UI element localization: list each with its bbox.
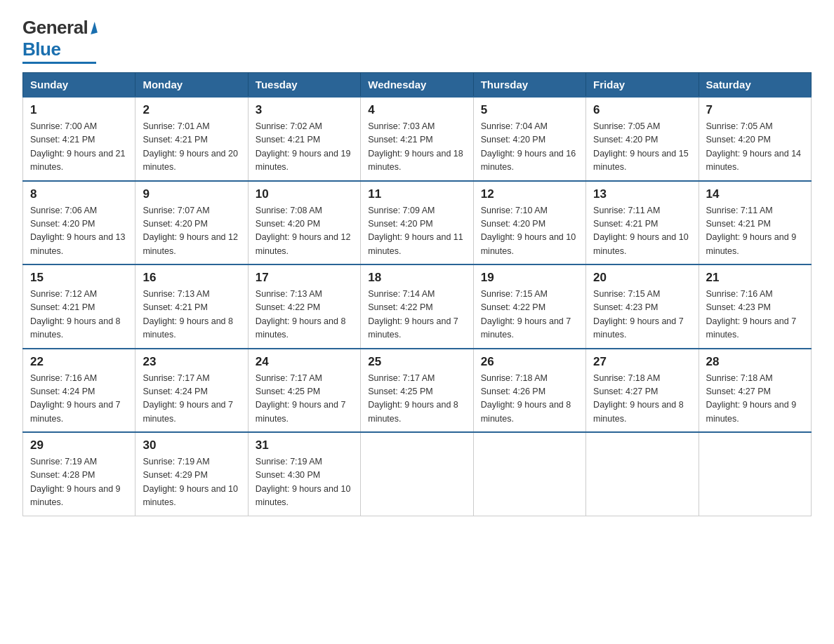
calendar-cell: 2Sunrise: 7:01 AMSunset: 4:21 PMDaylight… <box>135 97 248 181</box>
weekday-header-tuesday: Tuesday <box>248 73 360 98</box>
logo-triangle-icon <box>88 21 98 34</box>
calendar-cell: 15Sunrise: 7:12 AMSunset: 4:21 PMDayligh… <box>23 264 135 349</box>
calendar-week-row: 15Sunrise: 7:12 AMSunset: 4:21 PMDayligh… <box>23 264 812 349</box>
calendar-cell: 11Sunrise: 7:09 AMSunset: 4:20 PMDayligh… <box>361 181 473 265</box>
day-info: Sunrise: 7:13 AMSunset: 4:22 PMDaylight:… <box>256 288 353 342</box>
weekday-header-wednesday: Wednesday <box>361 73 473 98</box>
calendar-cell: 12Sunrise: 7:10 AMSunset: 4:20 PMDayligh… <box>473 181 585 265</box>
day-info: Sunrise: 7:17 AMSunset: 4:24 PMDaylight:… <box>143 372 240 427</box>
day-number: 27 <box>593 355 691 369</box>
day-info: Sunrise: 7:13 AMSunset: 4:21 PMDaylight:… <box>143 288 240 342</box>
day-number: 20 <box>593 271 691 285</box>
weekday-header-row: SundayMondayTuesdayWednesdayThursdayFrid… <box>23 73 812 98</box>
day-info: Sunrise: 7:18 AMSunset: 4:27 PMDaylight:… <box>706 372 804 427</box>
calendar-cell: 30Sunrise: 7:19 AMSunset: 4:29 PMDayligh… <box>135 432 248 516</box>
day-number: 23 <box>143 355 240 369</box>
calendar-cell: 14Sunrise: 7:11 AMSunset: 4:21 PMDayligh… <box>699 181 811 265</box>
day-number: 14 <box>706 187 804 201</box>
day-number: 19 <box>481 271 578 285</box>
day-info: Sunrise: 7:12 AMSunset: 4:21 PMDaylight:… <box>30 288 128 342</box>
calendar-week-row: 8Sunrise: 7:06 AMSunset: 4:20 PMDaylight… <box>23 181 812 265</box>
day-number: 2 <box>143 103 240 117</box>
calendar-cell: 26Sunrise: 7:18 AMSunset: 4:26 PMDayligh… <box>473 349 585 433</box>
day-info: Sunrise: 7:04 AMSunset: 4:20 PMDaylight:… <box>481 120 578 175</box>
day-number: 5 <box>481 103 578 117</box>
day-info: Sunrise: 7:06 AMSunset: 4:20 PMDaylight:… <box>30 204 128 259</box>
day-info: Sunrise: 7:05 AMSunset: 4:20 PMDaylight:… <box>706 120 804 175</box>
logo-general-text: General <box>22 17 88 39</box>
day-info: Sunrise: 7:03 AMSunset: 4:21 PMDaylight:… <box>368 120 465 175</box>
day-number: 18 <box>368 271 465 285</box>
day-number: 4 <box>368 103 465 117</box>
day-number: 3 <box>256 103 353 117</box>
day-info: Sunrise: 7:19 AMSunset: 4:28 PMDaylight:… <box>30 455 128 510</box>
calendar-cell: 20Sunrise: 7:15 AMSunset: 4:23 PMDayligh… <box>586 264 699 349</box>
calendar-cell: 29Sunrise: 7:19 AMSunset: 4:28 PMDayligh… <box>23 432 135 516</box>
calendar-cell: 18Sunrise: 7:14 AMSunset: 4:22 PMDayligh… <box>361 264 473 349</box>
day-number: 13 <box>593 187 691 201</box>
calendar-cell: 25Sunrise: 7:17 AMSunset: 4:25 PMDayligh… <box>361 349 473 433</box>
day-number: 11 <box>368 187 465 201</box>
day-number: 26 <box>481 355 578 369</box>
calendar-cell: 17Sunrise: 7:13 AMSunset: 4:22 PMDayligh… <box>248 264 360 349</box>
calendar-week-row: 22Sunrise: 7:16 AMSunset: 4:24 PMDayligh… <box>23 349 812 433</box>
day-number: 24 <box>256 355 353 369</box>
calendar-cell <box>586 432 699 516</box>
day-number: 6 <box>593 103 691 117</box>
day-number: 9 <box>143 187 240 201</box>
calendar-cell: 31Sunrise: 7:19 AMSunset: 4:30 PMDayligh… <box>248 432 360 516</box>
calendar-cell: 7Sunrise: 7:05 AMSunset: 4:20 PMDaylight… <box>699 97 811 181</box>
calendar-cell: 1Sunrise: 7:00 AMSunset: 4:21 PMDaylight… <box>23 97 135 181</box>
calendar-week-row: 29Sunrise: 7:19 AMSunset: 4:28 PMDayligh… <box>23 432 812 516</box>
page-header: General Blue <box>22 17 812 64</box>
day-number: 30 <box>143 438 240 452</box>
calendar-week-row: 1Sunrise: 7:00 AMSunset: 4:21 PMDaylight… <box>23 97 812 181</box>
calendar-cell <box>361 432 473 516</box>
calendar-table: SundayMondayTuesdayWednesdayThursdayFrid… <box>22 72 812 516</box>
day-number: 31 <box>256 438 353 452</box>
calendar-cell <box>473 432 585 516</box>
day-number: 21 <box>706 271 804 285</box>
logo-blue-text: Blue <box>22 39 60 60</box>
weekday-header-friday: Friday <box>586 73 699 98</box>
day-info: Sunrise: 7:15 AMSunset: 4:22 PMDaylight:… <box>481 288 578 342</box>
day-info: Sunrise: 7:11 AMSunset: 4:21 PMDaylight:… <box>706 204 804 259</box>
day-info: Sunrise: 7:11 AMSunset: 4:21 PMDaylight:… <box>593 204 691 259</box>
day-info: Sunrise: 7:00 AMSunset: 4:21 PMDaylight:… <box>30 120 128 175</box>
calendar-cell: 8Sunrise: 7:06 AMSunset: 4:20 PMDaylight… <box>23 181 135 265</box>
day-number: 15 <box>30 271 128 285</box>
calendar-cell: 10Sunrise: 7:08 AMSunset: 4:20 PMDayligh… <box>248 181 360 265</box>
day-info: Sunrise: 7:02 AMSunset: 4:21 PMDaylight:… <box>256 120 353 175</box>
day-info: Sunrise: 7:10 AMSunset: 4:20 PMDaylight:… <box>481 204 578 259</box>
logo-underline <box>22 62 96 64</box>
day-number: 8 <box>30 187 128 201</box>
day-number: 16 <box>143 271 240 285</box>
weekday-header-sunday: Sunday <box>23 73 135 98</box>
day-info: Sunrise: 7:08 AMSunset: 4:20 PMDaylight:… <box>256 204 353 259</box>
weekday-header-saturday: Saturday <box>699 73 811 98</box>
calendar-cell: 24Sunrise: 7:17 AMSunset: 4:25 PMDayligh… <box>248 349 360 433</box>
calendar-cell: 27Sunrise: 7:18 AMSunset: 4:27 PMDayligh… <box>586 349 699 433</box>
day-info: Sunrise: 7:16 AMSunset: 4:23 PMDaylight:… <box>706 288 804 342</box>
calendar-cell: 3Sunrise: 7:02 AMSunset: 4:21 PMDaylight… <box>248 97 360 181</box>
day-info: Sunrise: 7:09 AMSunset: 4:20 PMDaylight:… <box>368 204 465 259</box>
day-number: 25 <box>368 355 465 369</box>
logo: General Blue <box>22 17 96 64</box>
day-number: 17 <box>256 271 353 285</box>
day-info: Sunrise: 7:18 AMSunset: 4:26 PMDaylight:… <box>481 372 578 427</box>
calendar-cell: 23Sunrise: 7:17 AMSunset: 4:24 PMDayligh… <box>135 349 248 433</box>
day-info: Sunrise: 7:01 AMSunset: 4:21 PMDaylight:… <box>143 120 240 175</box>
calendar-cell: 21Sunrise: 7:16 AMSunset: 4:23 PMDayligh… <box>699 264 811 349</box>
day-info: Sunrise: 7:05 AMSunset: 4:20 PMDaylight:… <box>593 120 691 175</box>
day-number: 1 <box>30 103 128 117</box>
calendar-cell: 6Sunrise: 7:05 AMSunset: 4:20 PMDaylight… <box>586 97 699 181</box>
calendar-cell: 16Sunrise: 7:13 AMSunset: 4:21 PMDayligh… <box>135 264 248 349</box>
calendar-cell: 22Sunrise: 7:16 AMSunset: 4:24 PMDayligh… <box>23 349 135 433</box>
day-info: Sunrise: 7:18 AMSunset: 4:27 PMDaylight:… <box>593 372 691 427</box>
calendar-cell <box>699 432 811 516</box>
weekday-header-monday: Monday <box>135 73 248 98</box>
day-info: Sunrise: 7:16 AMSunset: 4:24 PMDaylight:… <box>30 372 128 427</box>
day-info: Sunrise: 7:15 AMSunset: 4:23 PMDaylight:… <box>593 288 691 342</box>
calendar-cell: 5Sunrise: 7:04 AMSunset: 4:20 PMDaylight… <box>473 97 585 181</box>
calendar-cell: 28Sunrise: 7:18 AMSunset: 4:27 PMDayligh… <box>699 349 811 433</box>
